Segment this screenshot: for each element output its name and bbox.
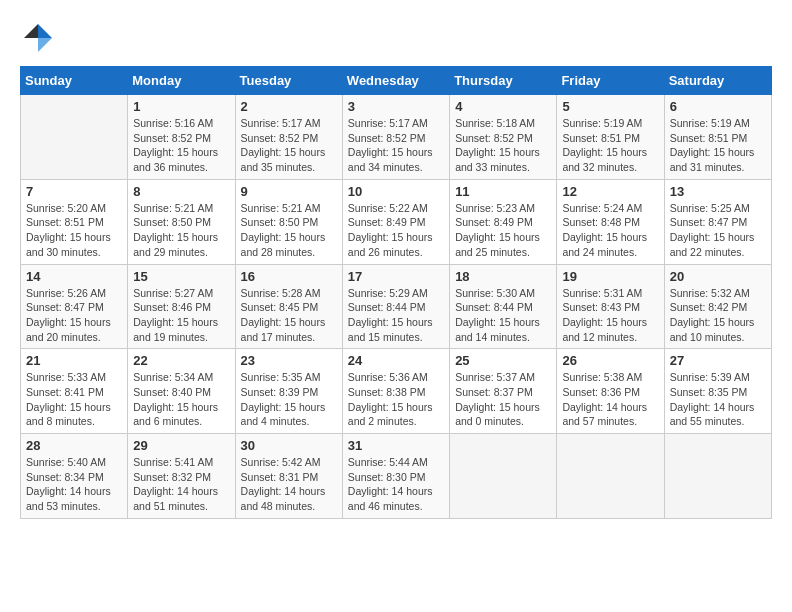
calendar-cell: 16Sunrise: 5:28 AMSunset: 8:45 PMDayligh… (235, 264, 342, 349)
day-number: 1 (133, 99, 229, 114)
day-number: 20 (670, 269, 766, 284)
day-info: Sunrise: 5:20 AMSunset: 8:51 PMDaylight:… (26, 201, 122, 260)
calendar-cell: 3Sunrise: 5:17 AMSunset: 8:52 PMDaylight… (342, 95, 449, 180)
day-number: 23 (241, 353, 337, 368)
day-info: Sunrise: 5:19 AMSunset: 8:51 PMDaylight:… (562, 116, 658, 175)
calendar-week-row: 28Sunrise: 5:40 AMSunset: 8:34 PMDayligh… (21, 434, 772, 519)
day-info: Sunrise: 5:25 AMSunset: 8:47 PMDaylight:… (670, 201, 766, 260)
day-info: Sunrise: 5:17 AMSunset: 8:52 PMDaylight:… (241, 116, 337, 175)
weekday-header-row: SundayMondayTuesdayWednesdayThursdayFrid… (21, 67, 772, 95)
calendar-cell: 1Sunrise: 5:16 AMSunset: 8:52 PMDaylight… (128, 95, 235, 180)
day-info: Sunrise: 5:21 AMSunset: 8:50 PMDaylight:… (241, 201, 337, 260)
day-info: Sunrise: 5:39 AMSunset: 8:35 PMDaylight:… (670, 370, 766, 429)
calendar-week-row: 21Sunrise: 5:33 AMSunset: 8:41 PMDayligh… (21, 349, 772, 434)
weekday-header: Sunday (21, 67, 128, 95)
logo (20, 20, 60, 56)
day-number: 12 (562, 184, 658, 199)
calendar-cell: 31Sunrise: 5:44 AMSunset: 8:30 PMDayligh… (342, 434, 449, 519)
day-info: Sunrise: 5:19 AMSunset: 8:51 PMDaylight:… (670, 116, 766, 175)
day-number: 22 (133, 353, 229, 368)
day-info: Sunrise: 5:30 AMSunset: 8:44 PMDaylight:… (455, 286, 551, 345)
calendar-cell: 18Sunrise: 5:30 AMSunset: 8:44 PMDayligh… (450, 264, 557, 349)
calendar-cell: 30Sunrise: 5:42 AMSunset: 8:31 PMDayligh… (235, 434, 342, 519)
day-number: 6 (670, 99, 766, 114)
day-info: Sunrise: 5:34 AMSunset: 8:40 PMDaylight:… (133, 370, 229, 429)
calendar-cell: 27Sunrise: 5:39 AMSunset: 8:35 PMDayligh… (664, 349, 771, 434)
day-info: Sunrise: 5:23 AMSunset: 8:49 PMDaylight:… (455, 201, 551, 260)
day-info: Sunrise: 5:27 AMSunset: 8:46 PMDaylight:… (133, 286, 229, 345)
day-info: Sunrise: 5:37 AMSunset: 8:37 PMDaylight:… (455, 370, 551, 429)
day-number: 31 (348, 438, 444, 453)
day-number: 24 (348, 353, 444, 368)
calendar-cell: 11Sunrise: 5:23 AMSunset: 8:49 PMDayligh… (450, 179, 557, 264)
svg-marker-0 (38, 24, 52, 38)
calendar-cell: 13Sunrise: 5:25 AMSunset: 8:47 PMDayligh… (664, 179, 771, 264)
day-info: Sunrise: 5:33 AMSunset: 8:41 PMDaylight:… (26, 370, 122, 429)
calendar-cell: 29Sunrise: 5:41 AMSunset: 8:32 PMDayligh… (128, 434, 235, 519)
day-info: Sunrise: 5:38 AMSunset: 8:36 PMDaylight:… (562, 370, 658, 429)
day-number: 11 (455, 184, 551, 199)
day-info: Sunrise: 5:40 AMSunset: 8:34 PMDaylight:… (26, 455, 122, 514)
calendar-week-row: 1Sunrise: 5:16 AMSunset: 8:52 PMDaylight… (21, 95, 772, 180)
calendar-cell: 6Sunrise: 5:19 AMSunset: 8:51 PMDaylight… (664, 95, 771, 180)
svg-marker-1 (38, 38, 52, 52)
calendar-cell: 19Sunrise: 5:31 AMSunset: 8:43 PMDayligh… (557, 264, 664, 349)
day-number: 9 (241, 184, 337, 199)
day-number: 28 (26, 438, 122, 453)
calendar-cell: 7Sunrise: 5:20 AMSunset: 8:51 PMDaylight… (21, 179, 128, 264)
day-info: Sunrise: 5:28 AMSunset: 8:45 PMDaylight:… (241, 286, 337, 345)
calendar-cell: 21Sunrise: 5:33 AMSunset: 8:41 PMDayligh… (21, 349, 128, 434)
day-info: Sunrise: 5:41 AMSunset: 8:32 PMDaylight:… (133, 455, 229, 514)
calendar-cell: 8Sunrise: 5:21 AMSunset: 8:50 PMDaylight… (128, 179, 235, 264)
calendar-cell: 26Sunrise: 5:38 AMSunset: 8:36 PMDayligh… (557, 349, 664, 434)
weekday-header: Wednesday (342, 67, 449, 95)
day-info: Sunrise: 5:36 AMSunset: 8:38 PMDaylight:… (348, 370, 444, 429)
svg-marker-2 (24, 24, 38, 38)
calendar-week-row: 14Sunrise: 5:26 AMSunset: 8:47 PMDayligh… (21, 264, 772, 349)
calendar-cell: 4Sunrise: 5:18 AMSunset: 8:52 PMDaylight… (450, 95, 557, 180)
day-number: 25 (455, 353, 551, 368)
calendar-cell: 12Sunrise: 5:24 AMSunset: 8:48 PMDayligh… (557, 179, 664, 264)
day-number: 7 (26, 184, 122, 199)
weekday-header: Thursday (450, 67, 557, 95)
day-info: Sunrise: 5:44 AMSunset: 8:30 PMDaylight:… (348, 455, 444, 514)
day-info: Sunrise: 5:42 AMSunset: 8:31 PMDaylight:… (241, 455, 337, 514)
calendar-cell: 28Sunrise: 5:40 AMSunset: 8:34 PMDayligh… (21, 434, 128, 519)
day-number: 30 (241, 438, 337, 453)
calendar-cell: 10Sunrise: 5:22 AMSunset: 8:49 PMDayligh… (342, 179, 449, 264)
day-number: 10 (348, 184, 444, 199)
weekday-header: Tuesday (235, 67, 342, 95)
weekday-header: Friday (557, 67, 664, 95)
day-info: Sunrise: 5:18 AMSunset: 8:52 PMDaylight:… (455, 116, 551, 175)
calendar-cell: 9Sunrise: 5:21 AMSunset: 8:50 PMDaylight… (235, 179, 342, 264)
day-number: 29 (133, 438, 229, 453)
day-info: Sunrise: 5:31 AMSunset: 8:43 PMDaylight:… (562, 286, 658, 345)
day-info: Sunrise: 5:21 AMSunset: 8:50 PMDaylight:… (133, 201, 229, 260)
day-info: Sunrise: 5:16 AMSunset: 8:52 PMDaylight:… (133, 116, 229, 175)
day-number: 18 (455, 269, 551, 284)
day-number: 19 (562, 269, 658, 284)
day-number: 16 (241, 269, 337, 284)
day-number: 26 (562, 353, 658, 368)
day-info: Sunrise: 5:22 AMSunset: 8:49 PMDaylight:… (348, 201, 444, 260)
calendar-week-row: 7Sunrise: 5:20 AMSunset: 8:51 PMDaylight… (21, 179, 772, 264)
day-info: Sunrise: 5:17 AMSunset: 8:52 PMDaylight:… (348, 116, 444, 175)
day-info: Sunrise: 5:24 AMSunset: 8:48 PMDaylight:… (562, 201, 658, 260)
weekday-header: Monday (128, 67, 235, 95)
day-info: Sunrise: 5:29 AMSunset: 8:44 PMDaylight:… (348, 286, 444, 345)
day-number: 27 (670, 353, 766, 368)
day-number: 14 (26, 269, 122, 284)
calendar-cell: 14Sunrise: 5:26 AMSunset: 8:47 PMDayligh… (21, 264, 128, 349)
calendar-cell (664, 434, 771, 519)
day-number: 21 (26, 353, 122, 368)
day-info: Sunrise: 5:35 AMSunset: 8:39 PMDaylight:… (241, 370, 337, 429)
calendar-cell (450, 434, 557, 519)
calendar-cell: 5Sunrise: 5:19 AMSunset: 8:51 PMDaylight… (557, 95, 664, 180)
calendar-cell (21, 95, 128, 180)
weekday-header: Saturday (664, 67, 771, 95)
day-info: Sunrise: 5:32 AMSunset: 8:42 PMDaylight:… (670, 286, 766, 345)
calendar-cell: 23Sunrise: 5:35 AMSunset: 8:39 PMDayligh… (235, 349, 342, 434)
calendar-cell: 17Sunrise: 5:29 AMSunset: 8:44 PMDayligh… (342, 264, 449, 349)
calendar-cell (557, 434, 664, 519)
logo-icon (20, 20, 56, 56)
